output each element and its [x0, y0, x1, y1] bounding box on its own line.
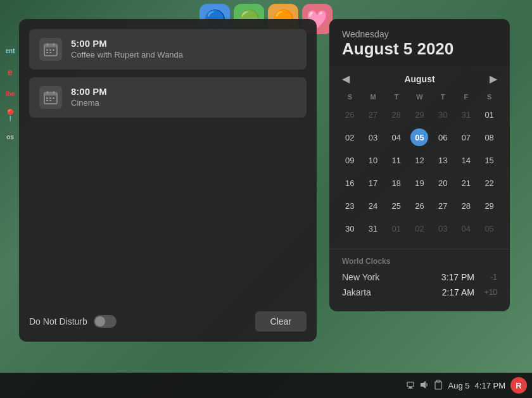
calendar-day-3-5[interactable]: 21 — [455, 171, 478, 194]
event-title-1: Coffee with Rupert and Wanda — [71, 50, 183, 59]
clock-offset-jakarta: +10 — [479, 288, 497, 297]
calendar-day-0-4[interactable]: 30 — [431, 103, 455, 126]
calendar-day-5-0[interactable]: 30 — [338, 217, 362, 240]
clock-row-newyork: New York 3:17 PM -1 — [342, 272, 497, 282]
network-icon[interactable] — [405, 380, 415, 392]
calendar-day-2-3[interactable]: 12 — [408, 149, 431, 171]
event-time-1: 5:00 PM — [71, 38, 183, 49]
calendar-day-3-4[interactable]: 20 — [431, 171, 455, 194]
notification-panel: 5:00 PM Coffee with Rupert and Wanda — [19, 19, 317, 342]
taskbar-date: Aug 5 — [448, 381, 470, 390]
clock-city-newyork: New York — [342, 272, 379, 282]
sidebar-item-5[interactable]: os — [1, 127, 19, 147]
world-clocks-title: World Clocks — [342, 257, 497, 266]
calendar-day-4-2[interactable]: 25 — [384, 194, 408, 217]
clock-city-jakarta: Jakarta — [342, 287, 371, 297]
calendar-week-0: 26272829303101 — [338, 103, 501, 126]
sidebar-item-3[interactable]: ibe — [1, 84, 19, 104]
event-card-2[interactable]: 8:00 PM Cinema — [29, 77, 307, 118]
event-time-2: 8:00 PM — [71, 86, 107, 97]
calendar-day-2-1[interactable]: 10 — [362, 149, 385, 171]
svg-rect-18 — [407, 382, 414, 387]
calendar-day-1-2[interactable]: 04 — [384, 126, 408, 149]
calendar-day-0-2[interactable]: 28 — [384, 103, 408, 126]
clear-button[interactable]: Clear — [255, 311, 307, 332]
do-not-disturb-toggle[interactable] — [94, 315, 117, 328]
taskbar-user-avatar[interactable]: R — [510, 377, 527, 394]
calendar-day-1-5[interactable]: 07 — [455, 126, 478, 149]
taskbar: Aug 5 4:17 PM R — [0, 373, 532, 398]
calendar-day-4-0[interactable]: 23 — [338, 194, 362, 217]
calendar-day-2-4[interactable]: 13 — [431, 149, 455, 171]
calendar-day-0-3[interactable]: 29 — [408, 103, 431, 126]
calendar-day-4-6[interactable]: 29 — [478, 194, 501, 217]
event-card-1[interactable]: 5:00 PM Coffee with Rupert and Wanda — [29, 29, 307, 70]
calendar-day-5-5[interactable]: 04 — [455, 217, 478, 240]
panel-bottom: Do Not Disturb Clear — [29, 311, 307, 332]
col-header-sat: S — [478, 90, 501, 103]
event-card-content-2: 8:00 PM Cinema — [71, 86, 107, 108]
event-title-2: Cinema — [71, 98, 107, 108]
calendar-day-5-6[interactable]: 05 — [478, 217, 501, 240]
calendar-month-nav: ◀ August ▶ — [338, 73, 501, 85]
calendar-day-1-6[interactable]: 08 — [478, 126, 501, 149]
calendar-day-2-2[interactable]: 11 — [384, 149, 408, 171]
calendar-week-3: 16171819202122 — [338, 171, 501, 194]
calendar-day-5-2[interactable]: 01 — [384, 217, 408, 240]
svg-rect-13 — [46, 97, 48, 99]
calendar-day-1-4[interactable]: 06 — [431, 126, 455, 149]
volume-icon[interactable] — [419, 380, 429, 392]
clock-time-group-newyork: 3:17 PM -1 — [441, 272, 497, 282]
calendar-day-3-2[interactable]: 18 — [384, 171, 408, 194]
col-header-mon: M — [362, 90, 385, 103]
calendar-header-row: S M T W T F S — [338, 90, 501, 103]
calendar-week-5: 30310102030405 — [338, 217, 501, 240]
do-not-disturb: Do Not Disturb — [29, 315, 117, 328]
calendar-day-3-3[interactable]: 19 — [408, 171, 431, 194]
next-month-button[interactable]: ▶ — [486, 73, 501, 85]
calendar-day-2-6[interactable]: 15 — [478, 149, 501, 171]
sidebar-icons: ent e ibe 📍 os — [0, 38, 20, 149]
calendar-day-5-1[interactable]: 31 — [362, 217, 385, 240]
svg-rect-1 — [44, 44, 57, 47]
calendar-day-0-0[interactable]: 26 — [338, 103, 362, 126]
calendar-day-1-3[interactable]: 05 — [408, 126, 431, 149]
col-header-wed: W — [408, 90, 431, 103]
calendar-day-4-1[interactable]: 24 — [362, 194, 385, 217]
calendar-day-2-0[interactable]: 09 — [338, 149, 362, 171]
calendar-day-4-5[interactable]: 28 — [455, 194, 478, 217]
calendar-day-4-3[interactable]: 26 — [408, 194, 431, 217]
calendar-day-5-4[interactable]: 03 — [431, 217, 455, 240]
prev-month-button[interactable]: ◀ — [338, 73, 353, 85]
clipboard-icon[interactable] — [433, 380, 443, 392]
calendar-day-3-1[interactable]: 17 — [362, 171, 385, 194]
event-card-icon-1 — [39, 38, 62, 61]
col-header-tue: T — [384, 90, 408, 103]
calendar-day-2-5[interactable]: 14 — [455, 149, 478, 171]
calendar-day-3-0[interactable]: 16 — [338, 171, 362, 194]
calendar-day-0-1[interactable]: 27 — [362, 103, 385, 126]
taskbar-right: Aug 5 4:17 PM R — [405, 377, 527, 394]
svg-rect-22 — [435, 382, 441, 389]
calendar-day-3-6[interactable]: 22 — [478, 171, 501, 194]
calendar-panel: Wednesday August 5 2020 ◀ August ▶ S M T… — [329, 19, 510, 311]
calendar-week-2: 09101112131415 — [338, 149, 501, 171]
calendar-grid: S M T W T F S 26272829303101020304050607… — [338, 90, 501, 240]
calendar-day-5-3[interactable]: 02 — [408, 217, 431, 240]
sidebar-item-4[interactable]: 📍 — [1, 105, 19, 125]
clock-offset-newyork: -1 — [479, 273, 497, 282]
sidebar-item-2[interactable]: e — [1, 62, 19, 82]
sidebar-item-1[interactable]: ent — [1, 40, 19, 61]
calendar-week-4: 23242526272829 — [338, 194, 501, 217]
col-header-thu: T — [431, 90, 455, 103]
svg-rect-20 — [408, 388, 413, 389]
calendar-day-0-5[interactable]: 31 — [455, 103, 478, 126]
calendar-day-4-4[interactable]: 27 — [431, 194, 455, 217]
calendar-day-1-0[interactable]: 02 — [338, 126, 362, 149]
taskbar-time: 4:17 PM — [475, 381, 505, 390]
calendar-header: Wednesday August 5 2020 — [329, 19, 510, 66]
svg-rect-16 — [46, 100, 48, 101]
svg-rect-6 — [53, 49, 54, 51]
calendar-day-1-1[interactable]: 03 — [362, 126, 385, 149]
calendar-day-0-6[interactable]: 01 — [478, 103, 501, 126]
